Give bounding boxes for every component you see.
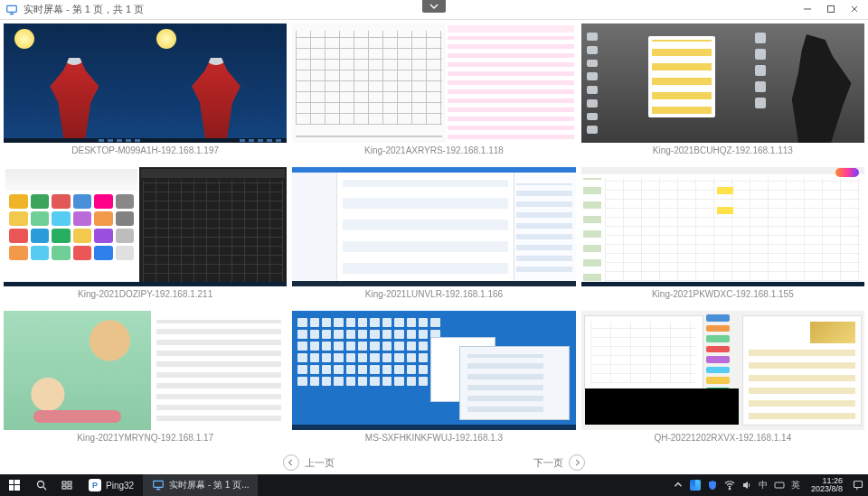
screen-cell: King-2021BCUHQZ-192.168.1.113: [581, 23, 864, 165]
svg-rect-1: [828, 6, 835, 13]
taskbar-app-label: 实时屏幕 - 第 1 页...: [169, 479, 249, 491]
screen-label: QH-20221202RXVX-192.168.1.14: [654, 430, 791, 444]
screen-label: MS-SXFHKINKFWUJ-192.168.1.3: [365, 430, 503, 444]
svg-rect-3: [14, 480, 20, 484]
next-page-label: 下一页: [533, 456, 563, 470]
taskbar-app-realtime-screen[interactable]: 实时屏幕 - 第 1 页...: [143, 474, 258, 496]
svg-rect-13: [775, 482, 784, 488]
screen-thumbnail[interactable]: [4, 311, 287, 430]
screen-thumbnail[interactable]: [581, 23, 864, 143]
svg-rect-11: [154, 481, 164, 487]
prev-page-label: 上一页: [305, 456, 335, 470]
svg-rect-4: [9, 485, 14, 491]
svg-point-6: [38, 482, 44, 488]
tray-app-icon: [690, 480, 701, 491]
screen-thumbnail[interactable]: [581, 311, 864, 430]
screen-thumbnail[interactable]: [292, 311, 575, 430]
svg-rect-9: [62, 486, 66, 489]
screen-thumbnail[interactable]: [292, 23, 575, 143]
chevron-up-icon: [673, 480, 684, 491]
screen-label: King-2021PKWDXC-192.168.1.155: [652, 286, 794, 300]
search-button[interactable]: [29, 474, 54, 496]
screen-cell: DESKTOP-M099A1H-192.168.1.197: [4, 23, 287, 165]
system-tray[interactable]: 中 英: [667, 474, 806, 496]
volume-icon: [741, 480, 752, 491]
screen-label: King-2021DOZIPY-192.168.1.211: [78, 286, 212, 300]
svg-point-12: [729, 488, 731, 490]
notification-button[interactable]: [848, 474, 868, 496]
monitor-icon: [5, 4, 18, 16]
svg-rect-2: [9, 480, 14, 484]
monitor-icon: [152, 479, 165, 491]
taskbar-clock[interactable]: 11:26 2023/8/8: [806, 474, 848, 496]
screen-thumbnail[interactable]: [581, 167, 864, 286]
keyboard-icon: [774, 480, 785, 491]
window-controls: [796, 0, 866, 18]
screen-cell: QH-20221202RXVX-192.168.1.14: [581, 311, 864, 453]
screen-label: King-2021LUNVLR-192.168.1.166: [365, 286, 503, 300]
screen-label: King-2021BCUHQZ-192.168.1.113: [653, 143, 793, 156]
svg-rect-14: [854, 482, 863, 488]
clock-date: 2023/8/8: [811, 485, 843, 493]
screen-grid: DESKTOP-M099A1H-192.168.1.197 King-2021A…: [0, 20, 868, 453]
close-button[interactable]: [843, 0, 866, 18]
prev-page-button[interactable]: 上一页: [283, 454, 335, 471]
taskbar-app-ping32[interactable]: P Ping32: [80, 474, 143, 496]
arrow-right-icon: [569, 454, 585, 471]
arrow-left-icon: [283, 454, 299, 471]
next-page-button[interactable]: 下一页: [533, 454, 585, 471]
taskbar-app-label: Ping32: [106, 481, 134, 491]
ping32-icon: P: [89, 479, 101, 491]
svg-rect-10: [68, 486, 71, 489]
screen-thumbnail[interactable]: [4, 23, 287, 143]
screen-cell: King-2021AXRYRS-192.168.1.118: [292, 23, 575, 165]
screen-cell: King-2021YMRYNQ-192.168.1.17: [4, 311, 287, 453]
screen-cell: King-2021LUNVLR-192.168.1.166: [292, 167, 575, 309]
taskbar-left: P Ping32 实时屏幕 - 第 1 页...: [0, 474, 258, 496]
screen-cell: MS-SXFHKINKFWUJ-192.168.1.3: [292, 311, 575, 453]
screen-label: King-2021YMRYNQ-192.168.1.17: [77, 430, 213, 444]
start-button[interactable]: [0, 474, 29, 496]
taskbar: P Ping32 实时屏幕 - 第 1 页... 中 英 11:26 2023/…: [0, 474, 868, 496]
screen-cell: King-2021DOZIPY-192.168.1.211: [4, 167, 287, 309]
minimize-button[interactable]: [796, 0, 819, 18]
window-title: 实时屏幕 - 第 1 页，共 1 页: [24, 3, 144, 16]
screen-thumbnail[interactable]: [292, 167, 575, 286]
screen-cell: King-2021PKWDXC-192.168.1.155: [581, 167, 864, 309]
task-view-button[interactable]: [54, 474, 80, 496]
svg-rect-7: [62, 482, 66, 484]
svg-rect-8: [68, 482, 71, 484]
svg-rect-0: [7, 5, 17, 12]
shield-icon: [707, 480, 718, 491]
wifi-icon: [724, 480, 735, 491]
screen-label: King-2021AXRYRS-192.168.1.118: [364, 143, 504, 156]
screen-label: DESKTOP-M099A1H-192.168.1.197: [71, 143, 219, 156]
window-titlebar: 实时屏幕 - 第 1 页，共 1 页: [0, 0, 868, 20]
taskbar-right: 中 英 11:26 2023/8/8: [667, 474, 868, 496]
titlebar-dropdown-button[interactable]: [422, 0, 446, 13]
ime-indicator: 中: [759, 479, 768, 491]
svg-rect-5: [14, 485, 20, 491]
ime-indicator-2: 英: [791, 479, 800, 491]
content-area: DESKTOP-M099A1H-192.168.1.197 King-2021A…: [0, 20, 868, 474]
maximize-button[interactable]: [819, 0, 843, 18]
screen-thumbnail[interactable]: [4, 167, 287, 286]
pagination-bar: 上一页 下一页: [0, 453, 868, 474]
